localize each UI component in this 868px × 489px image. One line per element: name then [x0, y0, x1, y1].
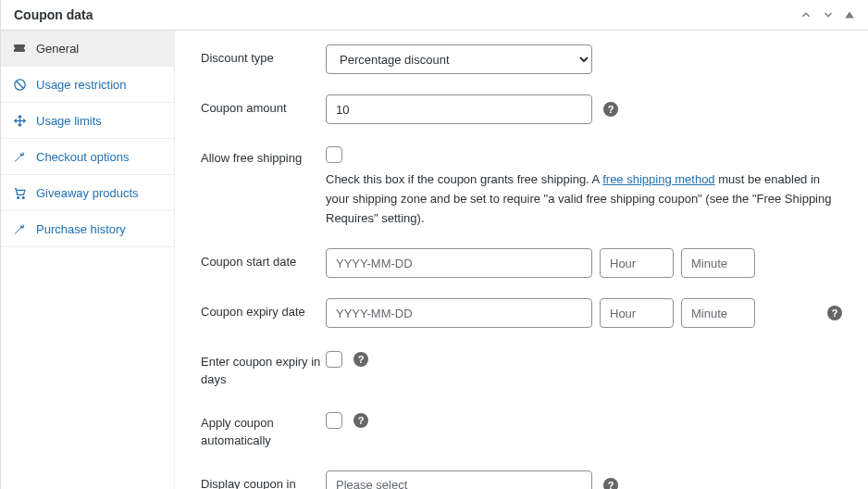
- cart-icon: [12, 185, 27, 200]
- sidebar: General Usage restriction Usage limits C…: [1, 31, 175, 489]
- expiry-minute-input[interactable]: [681, 298, 755, 328]
- label-display-coupon: Display coupon in: [201, 470, 326, 489]
- label-expiry-days: Enter coupon expiry in days: [201, 348, 326, 389]
- row-auto-apply: Apply coupon automatically: [201, 409, 842, 450]
- free-shipping-text: Check this box if the coupon grants free…: [326, 170, 842, 228]
- expiry-hour-input[interactable]: [600, 298, 674, 328]
- ticket-icon: [12, 41, 27, 56]
- coupon-data-panel: Coupon data General: [0, 0, 868, 489]
- sidebar-item-label: Usage limits: [36, 114, 102, 128]
- svg-marker-0: [845, 11, 854, 18]
- label-coupon-amount: Coupon amount: [201, 94, 326, 118]
- start-date-input[interactable]: [326, 248, 592, 278]
- panel-header: Coupon data: [1, 0, 868, 31]
- label-auto-apply: Apply coupon automatically: [201, 409, 326, 450]
- tab-giveaway-products[interactable]: Giveaway products: [1, 175, 174, 211]
- discount-type-select[interactable]: Percentage discount: [326, 44, 592, 74]
- tab-usage-restriction[interactable]: Usage restriction: [1, 67, 174, 103]
- label-discount-type: Discount type: [201, 44, 326, 68]
- ban-icon: [12, 77, 27, 92]
- help-icon[interactable]: [603, 102, 618, 117]
- chevron-down-icon[interactable]: [822, 8, 835, 21]
- sidebar-item-label: General: [36, 42, 79, 56]
- svg-line-2: [16, 81, 23, 88]
- expiry-days-checkbox[interactable]: [326, 351, 342, 368]
- wrench-icon: [12, 221, 27, 236]
- tab-general[interactable]: General: [1, 31, 174, 67]
- help-icon[interactable]: [353, 413, 368, 428]
- display-coupon-input[interactable]: [326, 470, 592, 489]
- triangle-up-icon[interactable]: [844, 8, 855, 21]
- help-icon[interactable]: [603, 478, 618, 489]
- sidebar-item-label: Checkout options: [36, 150, 129, 164]
- auto-apply-checkbox[interactable]: [326, 412, 342, 429]
- tab-checkout-options[interactable]: Checkout options: [1, 139, 174, 175]
- label-start-date: Coupon start date: [201, 248, 326, 271]
- label-expiry-date: Coupon expiry date: [201, 298, 326, 321]
- label-free-shipping: Allow free shipping: [201, 144, 326, 168]
- panel-header-controls: [800, 8, 855, 21]
- tab-usage-limits[interactable]: Usage limits: [1, 103, 174, 139]
- help-icon[interactable]: [353, 352, 368, 367]
- chevron-up-icon[interactable]: [800, 8, 812, 21]
- expiry-date-input[interactable]: [326, 298, 592, 328]
- svg-point-6: [22, 196, 24, 198]
- start-minute-input[interactable]: [681, 248, 755, 278]
- free-shipping-link[interactable]: free shipping method: [602, 172, 714, 186]
- row-start-date: Coupon start date: [201, 248, 842, 278]
- free-shipping-checkbox[interactable]: [326, 146, 342, 163]
- row-expiry-date: Coupon expiry date: [201, 298, 842, 328]
- row-discount-type: Discount type Percentage discount: [201, 44, 842, 74]
- sidebar-item-label: Giveaway products: [36, 186, 139, 200]
- panel-title: Coupon data: [14, 7, 93, 22]
- content: Discount type Percentage discount Coupon…: [175, 31, 868, 489]
- sidebar-item-label: Purchase history: [36, 222, 126, 236]
- tab-purchase-history[interactable]: Purchase history: [1, 211, 174, 247]
- sidebar-item-label: Usage restriction: [36, 78, 127, 92]
- wrench-icon: [12, 149, 27, 164]
- row-expiry-days: Enter coupon expiry in days: [201, 348, 842, 389]
- svg-point-5: [17, 196, 19, 198]
- row-free-shipping: Allow free shipping Check this box if th…: [201, 144, 842, 228]
- start-hour-input[interactable]: [600, 248, 674, 278]
- row-coupon-amount: Coupon amount: [201, 94, 842, 124]
- arrows-icon: [12, 113, 27, 128]
- panel-body: General Usage restriction Usage limits C…: [1, 31, 868, 489]
- coupon-amount-input[interactable]: [326, 94, 592, 124]
- row-display-coupon: Display coupon in: [201, 470, 842, 489]
- help-icon[interactable]: [827, 306, 842, 320]
